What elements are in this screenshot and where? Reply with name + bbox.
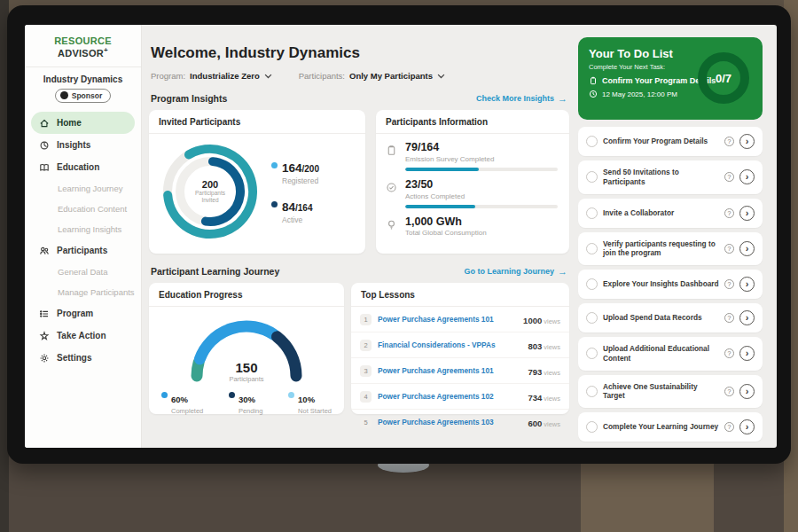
go-to-learning-journey-link[interactable]: Go to Learning Journey → [464,266,567,277]
todo-summary-card: Your To Do List Complete Your Next Task:… [578,37,763,120]
rank-chip: 2 [360,340,372,351]
dashboard-screen: RESOURCE ADVISOR+ Industry Dynamics Spon… [25,25,777,448]
todo-item: Achieve One Sustainability Target ? › [578,375,763,409]
task-open-button[interactable]: › [739,206,755,221]
todo-item: Upload Additional Educational Content ? … [578,337,763,371]
help-icon[interactable]: ? [724,279,734,289]
todo-progress-ring: 0/7 [694,49,753,107]
task-open-button[interactable]: › [739,310,755,325]
lesson-row: 2 Financial Considerations - VPPAs 803vi… [351,332,569,358]
todo-item: Confirm Your Program Details ? › [578,127,763,156]
bulb-icon [386,219,397,231]
task-checkbox[interactable] [586,136,598,147]
task-open-button[interactable]: › [739,241,755,256]
gauge-legend-not-started: 10% Not Started [288,390,332,415]
lesson-row: 4 Power Purchase Agreements 102 734views [351,384,569,410]
help-icon[interactable]: ? [724,208,734,218]
stat-emission-survey: 79/164 Emission Survey Completed [386,142,558,171]
todo-item: Upload Spend Data Records ? › [578,303,763,332]
book-icon [39,162,50,173]
task-checkbox[interactable] [586,386,598,397]
help-icon[interactable]: ? [724,137,734,146]
sidebar-item-program[interactable]: Program [31,302,135,325]
rank-chip: 4 [360,391,372,403]
legend-dot [229,392,235,398]
sidebar-item-manage-participants[interactable]: Manage Participants [31,282,135,302]
education-gauge-chart: 150 Participants [180,312,313,383]
sidebar-item-general-data[interactable]: General Data [31,262,135,282]
section-title-program-insights: Program Insights [151,93,227,104]
stat-total-consumption: 1,000 GWh Total Global Consumption [386,216,558,238]
sponsor-icon [60,91,68,99]
lesson-link[interactable]: Power Purchase Agreements 101 [378,366,521,375]
help-icon[interactable]: ? [724,348,734,358]
task-checkbox[interactable] [586,243,598,254]
card-title: Education Progress [149,283,344,307]
program-filter-dropdown[interactable]: Program: Industrialize Zero [151,71,272,81]
sidebar-item-participants[interactable]: Participants [31,239,135,262]
task-checkbox[interactable] [586,348,598,359]
participants-information-card: Participants Information 79/164 Emission… [376,110,569,254]
sidebar-item-settings[interactable]: Settings [31,347,135,369]
chevron-down-icon [437,74,445,79]
legend-active: 84/164 Active [271,199,319,224]
sidebar-item-education-content[interactable]: Education Content [31,199,135,219]
check-circle-icon [386,182,397,193]
sidebar-item-learning-journey[interactable]: Learning Journey [31,178,135,199]
todo-item: Invite a Collaborator ? › [578,199,763,228]
check-more-insights-link[interactable]: Check More Insights → [476,93,567,104]
gear-icon [39,353,50,364]
sponsor-badge: Sponsor [55,89,111,103]
todo-item: Explore Your Insights Dashboard ? › [578,270,763,299]
help-icon[interactable]: ? [724,313,734,323]
help-icon[interactable]: ? [724,387,734,396]
help-icon[interactable]: ? [724,172,734,182]
sidebar-item-education[interactable]: Education [31,156,135,178]
home-icon [39,118,50,129]
arrow-right-icon: → [558,93,567,104]
sidebar-item-take-action[interactable]: Take Action [31,325,135,347]
lesson-link[interactable]: Financial Considerations - VPPAs [378,340,521,349]
sidebar-item-home[interactable]: Home [31,112,135,134]
todo-item: Send 50 Invitations to Participants ? › [578,160,763,194]
task-checkbox[interactable] [586,312,598,324]
clipboard-icon [589,76,598,85]
card-title: Top Lessons [351,283,569,307]
progress-bar [405,168,558,171]
task-open-button[interactable]: › [739,277,755,292]
gauge-legend-completed: 60% Completed [161,390,203,415]
task-checkbox[interactable] [586,421,598,433]
task-open-button[interactable]: › [739,134,755,149]
todo-item: Verify participants requesting to join t… [578,232,763,266]
task-checkbox[interactable] [586,171,598,183]
task-open-button[interactable]: › [739,384,755,399]
participants-filter-dropdown[interactable]: Participants: Only My Participants [299,71,445,81]
main-content: Welcome, Industry Dynamics Program: Indu… [142,25,575,448]
list-icon [39,309,50,319]
help-icon[interactable]: ? [724,244,734,254]
legend-dot [288,392,294,398]
clipboard-icon [386,145,397,156]
task-checkbox[interactable] [586,278,598,290]
task-checkbox[interactable] [586,207,598,219]
sidebar-item-learning-insights[interactable]: Learning Insights [31,219,135,239]
lesson-link[interactable]: Power Purchase Agreements 102 [378,392,521,401]
legend-registered: 164/200 Registered [271,160,319,185]
help-icon[interactable]: ? [724,422,734,432]
chevron-down-icon [264,74,272,79]
clock-icon [589,90,598,98]
legend-dot [271,162,278,168]
invited-participants-card: Invited Participants 200 Participants In… [149,110,365,254]
task-open-button[interactable]: › [739,346,755,361]
todo-item: Complete Your Learning Journey ? › [578,412,763,442]
legend-dot [271,201,278,207]
task-open-button[interactable]: › [739,169,755,184]
gauge-legend-pending: 30% Pending [229,390,263,415]
sidebar-item-insights[interactable]: Insights [31,134,135,156]
lesson-link[interactable]: Power Purchase Agreements 101 [378,315,517,324]
section-title-learning-journey: Participant Learning Journey [151,266,279,277]
lesson-link[interactable]: Power Purchase Agreements 103 [378,418,521,426]
top-lessons-card: Top Lessons 1 Power Purchase Agreements … [351,283,569,414]
card-title: Invited Participants [149,110,365,134]
task-open-button[interactable]: › [739,419,755,434]
